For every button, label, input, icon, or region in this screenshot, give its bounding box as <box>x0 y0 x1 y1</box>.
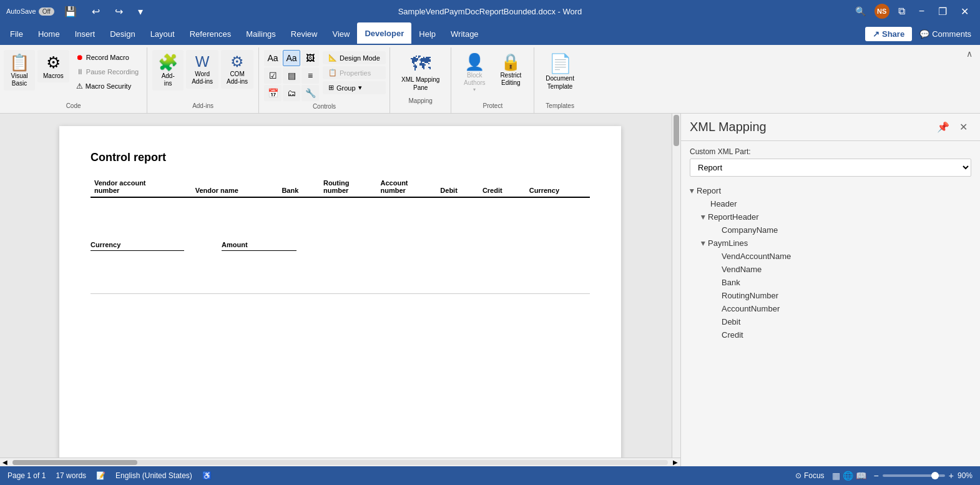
menu-item-design[interactable]: Design <box>102 22 142 45</box>
minimize-button[interactable]: − <box>914 4 929 18</box>
visual-basic-icon: 📋 <box>9 53 29 72</box>
tree-item[interactable]: ▶Report <box>690 184 971 197</box>
share-button[interactable]: ↗ Share <box>865 27 912 41</box>
menu-item-file[interactable]: File <box>2 22 31 45</box>
document-template-icon: 📄 <box>549 52 572 74</box>
col-debit: Debit <box>436 177 479 197</box>
menu-item-review[interactable]: Review <box>283 22 325 45</box>
visual-basic-button[interactable]: 📋 VisualBasic <box>4 50 35 91</box>
close-button[interactable]: ✕ <box>956 4 974 19</box>
menu-item-references[interactable]: References <box>182 22 238 45</box>
tree-item[interactable]: CompanyName <box>690 223 971 237</box>
undo-button[interactable]: ↩ <box>87 4 105 19</box>
menu-item-layout[interactable]: Layout <box>143 22 182 45</box>
com-addins-button[interactable]: ⚙ COMAdd-ins <box>221 50 253 89</box>
xml-panel-close-button[interactable]: ✕ <box>956 120 971 134</box>
menu-item-home[interactable]: Home <box>31 22 67 45</box>
xml-panel-pin-button[interactable]: 📌 <box>933 120 953 134</box>
tree-item[interactable]: ▶ReportHeader <box>690 210 971 223</box>
checkbox-control-button[interactable]: ☑ <box>264 67 282 84</box>
tree-item-label: Bank <box>722 278 740 287</box>
section2: Currency Amount <box>91 241 590 251</box>
mapping-group: 🗺 XML MappingPane Mapping <box>390 47 451 113</box>
addins-button[interactable]: 🧩 Add-ins <box>152 50 184 91</box>
block-authors-button[interactable]: 👤 BlockAuthors ▾ <box>458 50 491 95</box>
title-bar: AutoSave Off 💾 ↩ ↪ ▾ SampleVendPaymDocRe… <box>0 0 980 22</box>
accessibility-icon: ♿ <box>202 471 212 480</box>
amount-section: Amount <box>222 241 296 251</box>
group-button[interactable]: ⊞ Group ▾ <box>323 81 386 94</box>
text-control-button[interactable]: Aa <box>264 50 282 66</box>
tree-item-label: Report <box>697 186 721 195</box>
tree-item[interactable]: AccountNumber <box>690 302 971 315</box>
tree-item[interactable]: VendName <box>690 263 971 276</box>
proofing-icon: 📝 <box>96 471 105 480</box>
redo-button[interactable]: ↪ <box>110 4 128 19</box>
scrollbar-thumb[interactable] <box>674 115 679 146</box>
tree-item[interactable]: Bank <box>690 276 971 289</box>
macro-security-button[interactable]: ⚠ Macro Security <box>72 80 143 92</box>
design-mode-button[interactable]: 📐 Design Mode <box>323 51 386 64</box>
macros-button[interactable]: ⚙ Macros <box>37 50 69 82</box>
document-scroll[interactable]: Control report Vendor accountnumber Vend… <box>0 114 680 466</box>
focus-icon: ⊙ <box>795 471 801 480</box>
autosave-toggle[interactable]: AutoSave Off <box>6 7 54 16</box>
date-picker-button[interactable]: 📅 <box>264 85 282 101</box>
menu-item-writage[interactable]: Writage <box>443 22 486 45</box>
combo-box-button[interactable]: ▤ <box>283 67 300 84</box>
quick-access-button[interactable]: ▾ <box>133 4 148 19</box>
col-vendor-account: Vendor accountnumber <box>91 177 192 197</box>
scroll-right-button[interactable]: ▶ <box>670 459 680 466</box>
xml-part-select[interactable]: Report <box>690 159 971 177</box>
pause-recording-button[interactable]: ⏸ Pause Recording <box>72 66 143 78</box>
maximize-button[interactable]: ❐ <box>933 4 952 19</box>
zoom-in-button[interactable]: + <box>949 471 954 481</box>
h-scroll-track[interactable] <box>12 460 668 465</box>
zoom-slider[interactable] <box>883 474 945 477</box>
tree-item[interactable]: Debit <box>690 315 971 328</box>
restore-down-button[interactable]: ⧉ <box>893 4 910 18</box>
save-button[interactable]: 💾 <box>59 4 82 19</box>
design-mode-icon: 📐 <box>328 54 337 62</box>
document-template-label: DocumentTemplate <box>546 74 574 91</box>
xml-part-select-wrapper[interactable]: Report <box>690 159 971 177</box>
print-layout-button[interactable]: ▦ <box>832 471 840 481</box>
picture-control-button[interactable]: 🖼 <box>301 50 319 66</box>
restrict-editing-button[interactable]: 🔒 RestrictEditing <box>494 50 527 89</box>
section2-empty-row <box>91 251 590 288</box>
record-macro-button[interactable]: ⏺ Record Macro <box>72 51 143 64</box>
list-control-button[interactable]: ≡ <box>301 67 319 84</box>
tree-item[interactable]: VendAccountName <box>690 250 971 263</box>
xml-panel-controls: 📌 ✕ <box>933 120 971 134</box>
tree-item[interactable]: Credit <box>690 328 971 341</box>
legacy-tools-button[interactable]: 🔧 <box>301 85 319 101</box>
ribbon-collapse-button[interactable]: ∧ <box>963 47 976 60</box>
tree-item[interactable]: RoutingNumber <box>690 289 971 302</box>
macro-small-buttons: ⏺ Record Macro ⏸ Pause Recording ⚠ Macro… <box>72 50 143 92</box>
word-addins-button[interactable]: W WordAdd-ins <box>186 50 218 89</box>
xml-mapping-button[interactable]: 🗺 XML MappingPane <box>396 50 444 94</box>
text-control2-button[interactable]: Aa <box>283 50 300 66</box>
tree-item[interactable]: Header <box>690 197 971 210</box>
comments-button[interactable]: 💬 Comments <box>913 27 978 41</box>
zoom-out-button[interactable]: − <box>874 471 879 481</box>
building-block-button[interactable]: 🗂 <box>283 85 300 101</box>
read-mode-button[interactable]: 📖 <box>856 471 866 481</box>
scroll-left-button[interactable]: ◀ <box>0 459 10 466</box>
vertical-scrollbar[interactable] <box>672 114 680 466</box>
user-avatar[interactable]: NS <box>875 4 889 19</box>
search-button[interactable]: 🔍 <box>850 4 871 19</box>
menu-item-help[interactable]: Help <box>411 22 443 45</box>
menu-item-mailings[interactable]: Mailings <box>238 22 283 45</box>
code-group: 📋 VisualBasic ⚙ Macros ⏺ Record Macro ⏸ … <box>0 47 147 113</box>
horizontal-scrollbar[interactable]: ◀ ▶ <box>0 458 680 466</box>
menu-item-developer[interactable]: Developer <box>357 22 411 45</box>
menu-item-insert[interactable]: Insert <box>67 22 103 45</box>
macro-security-icon: ⚠ <box>76 82 83 91</box>
document-template-button[interactable]: 📄 DocumentTemplate <box>541 50 579 99</box>
word-icon: W <box>195 53 210 71</box>
web-layout-button[interactable]: 🌐 <box>843 471 853 481</box>
menu-item-view[interactable]: View <box>325 22 357 45</box>
tree-item[interactable]: ▶PaymLines <box>690 237 971 250</box>
focus-button[interactable]: ⊙ Focus <box>795 471 825 480</box>
